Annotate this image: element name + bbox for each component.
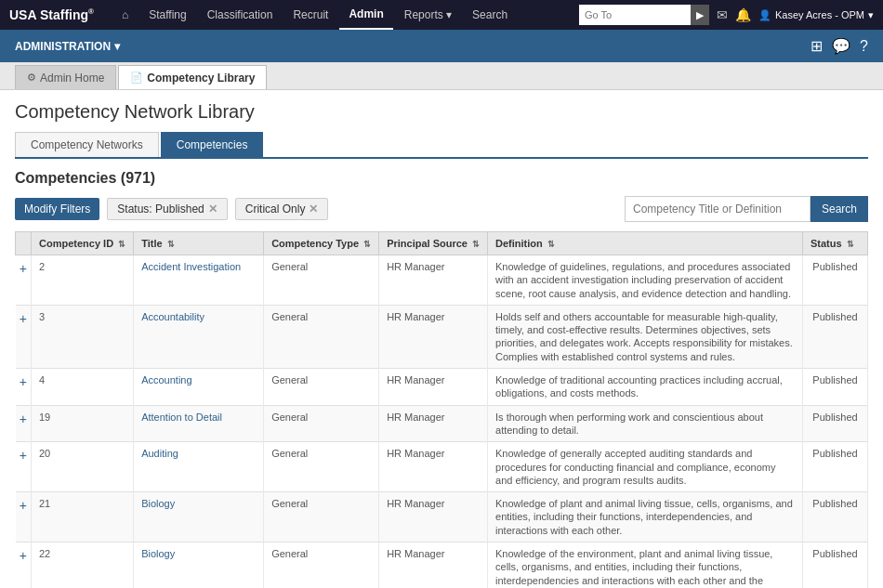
remove-status-filter[interactable]: ✕ — [208, 203, 217, 216]
row-title[interactable]: Accountability — [134, 305, 264, 368]
row-status: Published — [803, 442, 868, 492]
search-section: Search — [625, 196, 868, 222]
nav-staffing[interactable]: Staffing — [139, 0, 195, 30]
row-type: General — [264, 542, 379, 588]
goto-input[interactable] — [579, 5, 691, 25]
search-button[interactable]: Search — [811, 196, 868, 222]
gear-icon: ⚙ — [27, 72, 36, 84]
expand-row-button[interactable]: + — [16, 442, 32, 492]
row-status: Published — [803, 405, 868, 442]
admin-bar-icons: ⊞ 💬 ? — [811, 37, 868, 55]
row-definition: Knowledge of guidelines, regulations, an… — [488, 255, 803, 306]
notification-icon[interactable]: 🔔 — [735, 7, 751, 22]
title-link[interactable]: Biology — [141, 548, 175, 559]
user-icon: 👤 — [758, 9, 771, 21]
row-title[interactable]: Biology — [134, 492, 264, 542]
expand-row-button[interactable]: + — [16, 492, 32, 542]
row-id: 19 — [32, 405, 134, 442]
nav-search[interactable]: Search — [463, 0, 517, 30]
section-title: Competencies (971) — [15, 170, 155, 187]
remove-critical-filter[interactable]: ✕ — [309, 203, 318, 216]
document-icon: 📄 — [130, 72, 143, 84]
col-definition[interactable]: Definition ⇅ — [488, 232, 803, 255]
row-id: 21 — [32, 492, 134, 542]
col-type[interactable]: Competency Type ⇅ — [264, 232, 379, 255]
table-row: + 22 Biology General HR Manager Knowledg… — [16, 542, 868, 588]
goto-search: ▶ — [579, 5, 709, 25]
row-status: Published — [803, 369, 868, 406]
row-type: General — [264, 305, 379, 368]
row-definition: Knowledge of the environment, plant and … — [488, 542, 803, 588]
col-title[interactable]: Title ⇅ — [134, 232, 264, 255]
modify-filters-button[interactable]: Modify Filters — [15, 198, 99, 220]
expand-row-button[interactable]: + — [16, 255, 32, 306]
grid-icon[interactable]: ⊞ — [811, 37, 823, 55]
filter-badge-critical: Critical Only ✕ — [235, 198, 329, 220]
row-type: General — [264, 255, 379, 306]
expand-row-button[interactable]: + — [16, 542, 32, 588]
nav-links: ⌂ Staffing Classification Recruit Admin … — [112, 0, 579, 30]
admin-dropdown-icon[interactable]: ▾ — [114, 40, 120, 53]
table-row: + 3 Accountability General HR Manager Ho… — [16, 305, 868, 368]
title-link[interactable]: Biology — [141, 498, 175, 509]
tab-admin-home[interactable]: ⚙ Admin Home — [15, 65, 116, 89]
row-source: HR Manager — [379, 255, 488, 306]
table-header-row: Competency ID ⇅ Title ⇅ Competency Type … — [16, 232, 868, 255]
col-status[interactable]: Status ⇅ — [803, 232, 868, 255]
chat-icon[interactable]: 💬 — [832, 37, 850, 55]
goto-button[interactable]: ▶ — [691, 5, 709, 25]
row-status: Published — [803, 255, 868, 306]
row-source: HR Manager — [379, 492, 488, 542]
col-source[interactable]: Principal Source ⇅ — [379, 232, 488, 255]
row-definition: Knowledge of traditional accounting prac… — [488, 369, 803, 406]
nav-recruit[interactable]: Recruit — [283, 0, 337, 30]
filters-bar: Modify Filters Status: Published ✕ Criti… — [15, 196, 868, 222]
competencies-table: Competency ID ⇅ Title ⇅ Competency Type … — [15, 231, 868, 588]
sub-tab-networks[interactable]: Competency Networks — [15, 132, 159, 157]
row-definition: Knowledge of plant and animal living tis… — [488, 492, 803, 542]
nav-home[interactable]: ⌂ — [112, 0, 138, 30]
table-row: + 19 Attention to Detail General HR Mana… — [16, 405, 868, 442]
title-link[interactable]: Accounting — [141, 374, 191, 385]
table-row: + 20 Auditing General HR Manager Knowled… — [16, 442, 868, 492]
row-source: HR Manager — [379, 405, 488, 442]
row-title[interactable]: Auditing — [134, 442, 264, 492]
sub-tab-competencies[interactable]: Competencies — [161, 132, 264, 157]
col-id[interactable]: Competency ID ⇅ — [32, 232, 134, 255]
row-type: General — [264, 369, 379, 406]
nav-admin[interactable]: Admin — [339, 0, 392, 30]
row-title[interactable]: Accident Investigation — [134, 255, 264, 306]
table-row: + 2 Accident Investigation General HR Ma… — [16, 255, 868, 306]
sub-tabs: Competency Networks Competencies — [15, 132, 868, 159]
table-row: + 4 Accounting General HR Manager Knowle… — [16, 369, 868, 406]
row-id: 4 — [32, 369, 134, 406]
title-link[interactable]: Accountability — [141, 311, 204, 322]
nav-classification[interactable]: Classification — [198, 0, 283, 30]
row-status: Published — [803, 492, 868, 542]
row-source: HR Manager — [379, 542, 488, 588]
row-title[interactable]: Attention to Detail — [134, 405, 264, 442]
search-input[interactable] — [625, 196, 811, 222]
row-title[interactable]: Accounting — [134, 369, 264, 406]
title-link[interactable]: Accident Investigation — [141, 261, 241, 272]
row-id: 2 — [32, 255, 134, 306]
row-title[interactable]: Biology — [134, 542, 264, 588]
help-icon[interactable]: ? — [860, 38, 868, 55]
title-link[interactable]: Attention to Detail — [141, 412, 222, 423]
top-navigation: USA Staffing® ⌂ Staffing Classification … — [0, 0, 883, 30]
user-info[interactable]: 👤 Kasey Acres - OPM ▾ — [758, 9, 874, 21]
expand-row-button[interactable]: + — [16, 305, 32, 368]
nav-reports[interactable]: Reports ▾ — [395, 0, 461, 30]
app-logo: USA Staffing® — [9, 7, 94, 22]
row-type: General — [264, 442, 379, 492]
expand-row-button[interactable]: + — [16, 405, 32, 442]
user-name: Kasey Acres - OPM — [775, 9, 864, 20]
tab-competency-library[interactable]: 📄 Competency Library — [118, 65, 267, 89]
expand-row-button[interactable]: + — [16, 369, 32, 406]
page-title: Competency Network Library — [15, 101, 868, 123]
title-link[interactable]: Auditing — [141, 448, 178, 459]
row-type: General — [264, 492, 379, 542]
row-definition: Holds self and others accountable for me… — [488, 305, 803, 368]
admin-title: ADMINISTRATION ▾ — [15, 40, 120, 53]
mail-icon[interactable]: ✉ — [717, 7, 728, 22]
